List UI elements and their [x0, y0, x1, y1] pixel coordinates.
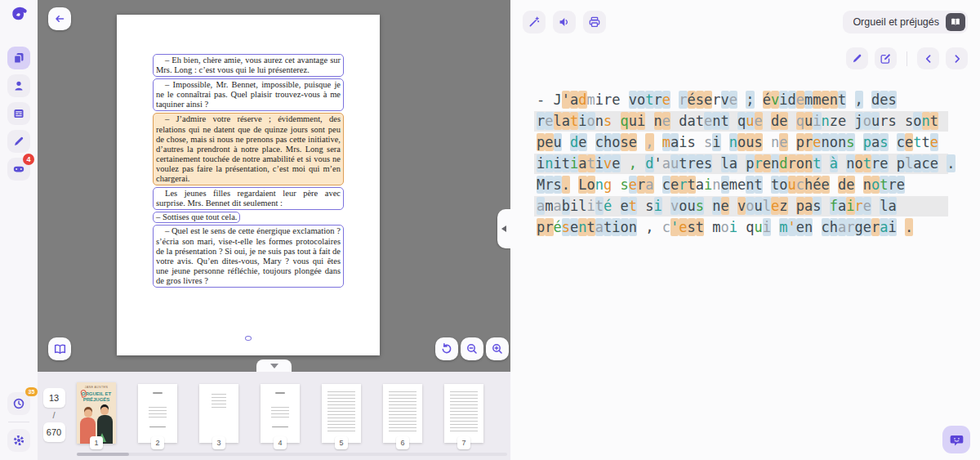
assistant-chat-button[interactable] [942, 426, 970, 453]
print-button[interactable] [583, 11, 606, 33]
book-switcher[interactable]: Orgueil et préjugés [843, 11, 968, 33]
transcription-line[interactable]: présentation , c'est moi qui m'en charge… [534, 217, 948, 238]
transcription-char: ' [654, 154, 662, 172]
back-button[interactable] [48, 7, 71, 30]
transcription-char: v [604, 154, 612, 172]
transcription-char [621, 154, 629, 172]
transcription-char: d [871, 91, 880, 109]
ocr-region[interactable]: – Quel est le sens de cette énergique ex… [153, 225, 344, 288]
transcription-line[interactable]: Mrs. Long sera certainement touchée de n… [534, 175, 948, 195]
edit-transcription-button[interactable] [875, 47, 897, 69]
current-page-input[interactable]: 13 [43, 388, 65, 408]
page-thumbnail[interactable]: 4 [261, 382, 300, 454]
transcription-char: . [905, 218, 913, 236]
ocr-region[interactable]: – Sottises que tout cela. [153, 212, 240, 223]
transcription-char: c [822, 218, 830, 236]
transcription-char: r [871, 154, 880, 172]
magic-actions-button[interactable] [523, 11, 546, 33]
sidebar-item-games[interactable]: 4 [7, 158, 30, 181]
page-thumbnail[interactable]: 6 [383, 382, 422, 454]
transcription-line[interactable]: peu de chose , mais si nous ne prenons p… [534, 132, 948, 153]
ocr-region[interactable]: – Eh bien, chère amie, vous aurez cet av… [153, 54, 344, 77]
transcription-char: m [779, 218, 787, 236]
ocr-region[interactable]: Les jeunes filles regardaient leur père … [153, 187, 344, 210]
collapse-filmstrip-handle[interactable] [256, 360, 292, 373]
transcription-char: l [721, 154, 729, 172]
panel-toolbar [523, 11, 606, 33]
previous-line-button[interactable] [917, 47, 939, 69]
transcription-line[interactable]: amabilité et si vous ne voulez pas faire… [534, 196, 948, 217]
transcription-char [612, 112, 620, 130]
page-thumbnail[interactable]: 7 [444, 382, 483, 454]
page-thumbnail[interactable]: 5 [322, 382, 361, 454]
transcription-line[interactable]: - J'admire votre réserve ; évidemment , … [534, 90, 948, 110]
transcription-char: t [922, 133, 930, 151]
transcription-char: q [621, 112, 629, 130]
sidebar-item-records[interactable] [7, 102, 30, 125]
transcription-char: n [922, 112, 930, 130]
transcription-char: s [554, 176, 562, 194]
sidebar-item-documents[interactable] [7, 47, 30, 69]
transcription-char: t [587, 218, 595, 236]
open-book-icon [53, 342, 67, 356]
transcription-line[interactable]: initiative , d'autres la prendront à not… [534, 154, 948, 174]
page-number-badge: 5 [335, 436, 348, 449]
transcription-char: e [771, 197, 779, 215]
transcription-char: é [813, 176, 821, 194]
transcription-char: ' [670, 218, 679, 236]
total-pages: 670 [43, 422, 65, 442]
transcription-char: t [721, 112, 729, 130]
app-logo-icon[interactable] [7, 5, 31, 29]
zoom-in-button[interactable] [486, 337, 509, 360]
page-thumbnail[interactable]: 3 [199, 382, 238, 454]
page-number-region[interactable] [245, 336, 252, 341]
transcription-char: o [779, 176, 787, 194]
filmstrip: 13 / 670 JANE AUSTENORGUEIL ET PRÉJUGÉS1… [38, 372, 510, 460]
wand-sparkles-icon [528, 16, 541, 29]
audio-button[interactable] [553, 11, 576, 33]
transcription-char [570, 176, 578, 194]
transcription-char: e [696, 154, 704, 172]
transcription-char [654, 133, 662, 151]
transcription-char: i [612, 218, 620, 236]
transcription-char: i [846, 197, 854, 215]
scanned-page: – Eh bien, chère amie, vous aurez cet av… [117, 15, 380, 355]
transcription-text: - J'admire votre réserve ; évidemment , … [534, 90, 948, 239]
ocr-region[interactable]: – J’admire votre réserve ; évidemment, d… [153, 113, 344, 185]
page-thumbnail-image [138, 384, 177, 443]
transcription-char [729, 112, 737, 130]
thumbnail-title-bar [153, 392, 163, 394]
filmstrip-scrollbar[interactable] [77, 453, 507, 456]
reader-mode-button[interactable] [48, 337, 71, 360]
transcription-char: J [554, 91, 562, 109]
highlight-brush-button[interactable] [846, 47, 868, 69]
sidebar-item-members[interactable] [7, 74, 30, 97]
transcription-char: e [905, 133, 913, 151]
transcription-char [788, 112, 796, 130]
transcription-char [863, 91, 871, 109]
page-thumbnail[interactable]: JANE AUSTENORGUEIL ET PRÉJUGÉS1 [77, 382, 116, 454]
transcription-char: e [721, 197, 729, 215]
transcription-char: a [670, 133, 679, 151]
transcription-char: a [804, 197, 813, 215]
transcription-char: v [721, 91, 729, 109]
zoom-out-button[interactable] [461, 337, 483, 360]
filmstrip-scrollbar-thumb[interactable] [77, 453, 129, 456]
transcription-char: e [670, 176, 679, 194]
sidebar-item-settings[interactable] [7, 429, 30, 452]
transcription-char: i [704, 176, 712, 194]
ocr-region[interactable]: – Impossible, Mr. Bennet, impossible, pu… [153, 78, 344, 111]
next-line-button[interactable] [946, 47, 968, 69]
transcription-char: r [537, 112, 545, 130]
collapse-panel-handle[interactable] [497, 209, 510, 248]
transcription-char: e [930, 133, 938, 151]
page-number-badge: 2 [151, 436, 164, 449]
sidebar-item-annotate[interactable] [7, 130, 30, 153]
transcription-line[interactable]: relations qui ne datent que de quinze jo… [534, 111, 948, 132]
sidebar-item-history[interactable]: 35 [7, 392, 30, 415]
transcription-char: p [746, 154, 754, 172]
transcription-char [637, 218, 645, 236]
arrow-left-icon [53, 12, 66, 25]
rotate-button[interactable] [435, 337, 458, 360]
page-thumbnail[interactable]: 2 [138, 382, 177, 454]
